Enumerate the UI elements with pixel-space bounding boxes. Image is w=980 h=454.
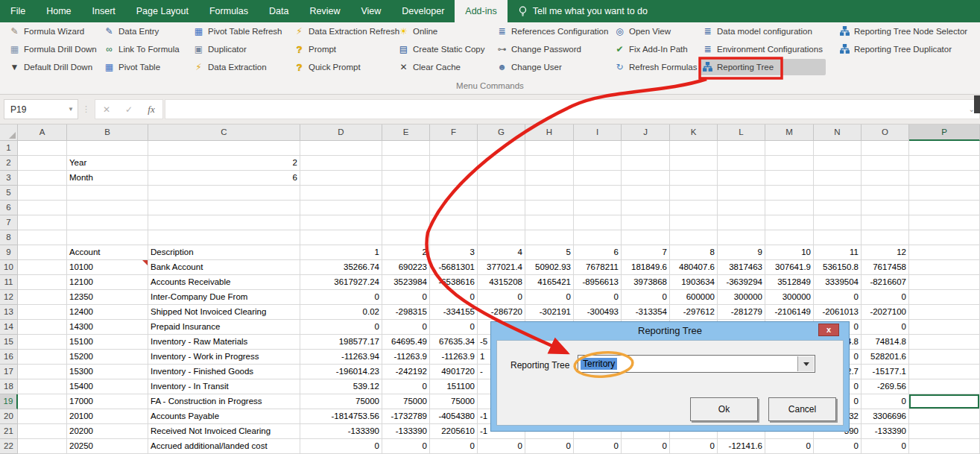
cell-C16[interactable]: Inventory - Work in Progress [148, 350, 300, 365]
change-user-button[interactable]: ☻Change User [493, 59, 611, 75]
cell-P5[interactable] [909, 186, 980, 201]
cell-P16[interactable] [909, 350, 980, 365]
reporting-tree-button[interactable]: Reporting Tree [699, 59, 826, 75]
cell-C1[interactable] [148, 141, 300, 156]
formula-input[interactable]: ⌄ [165, 99, 980, 119]
cell-C19[interactable]: FA - Construction in Progress [148, 394, 300, 409]
cell-P2[interactable] [909, 156, 980, 171]
cell-E8[interactable] [382, 230, 430, 245]
name-box-dropdown-icon[interactable]: ▼ [64, 106, 78, 113]
cell-O7[interactable] [862, 215, 909, 230]
cell-O9[interactable]: 12 [862, 245, 909, 260]
cell-J9[interactable]: 7 [622, 245, 670, 260]
cell-A3[interactable] [18, 171, 67, 186]
cell-D22[interactable]: 0 [300, 439, 382, 454]
cell-C3[interactable]: 6 [148, 171, 300, 186]
cell-O20[interactable]: 3306696 [862, 409, 909, 424]
cell-J3[interactable] [622, 171, 670, 186]
cell-F13[interactable]: -334155 [430, 305, 478, 320]
row-header-12[interactable]: 12 [0, 290, 18, 305]
cell-C14[interactable]: Prepaid Insurance [148, 320, 300, 335]
cell-M9[interactable]: 10 [765, 245, 814, 260]
data-entry-button[interactable]: ✎Data Entry [101, 23, 183, 40]
cancel-button[interactable]: Cancel [768, 397, 836, 421]
cell-O15[interactable]: 74814.8 [862, 335, 909, 350]
row-header-14[interactable]: 14 [0, 320, 18, 335]
cell-G11[interactable]: 4315208 [478, 275, 525, 290]
cell-K5[interactable] [670, 186, 718, 201]
cell-E1[interactable] [382, 141, 430, 156]
cell-C18[interactable]: Inventory - In Transit [148, 379, 300, 394]
row-header-3[interactable]: 3 [0, 171, 18, 186]
cell-P11[interactable] [909, 275, 980, 290]
cell-A22[interactable] [18, 439, 67, 454]
cell-K1[interactable] [670, 141, 718, 156]
cell-K10[interactable]: 480407.6 [670, 260, 718, 275]
row-header-20[interactable]: 20 [0, 409, 18, 424]
cell-I9[interactable]: 6 [574, 245, 622, 260]
cell-D14[interactable]: 0 [300, 320, 382, 335]
cell-J2[interactable] [622, 156, 670, 171]
cell-B9[interactable]: Account [67, 245, 148, 260]
cell-G8[interactable] [478, 230, 525, 245]
cell-D8[interactable] [300, 230, 382, 245]
cell-E21[interactable]: -133390 [382, 424, 430, 439]
cell-B13[interactable]: 12400 [67, 305, 148, 320]
cell-N22[interactable]: 0 [814, 439, 862, 454]
cell-J22[interactable]: 0 [622, 439, 670, 454]
cell-P18[interactable] [909, 379, 980, 394]
cell-C12[interactable]: Inter-Company Due From [148, 290, 300, 305]
cell-J5[interactable] [622, 186, 670, 201]
cell-O14[interactable]: 0 [862, 320, 909, 335]
cell-H3[interactable] [525, 171, 574, 186]
cell-C21[interactable]: Received Not Invoiced Clearing [148, 424, 300, 439]
cell-O12[interactable]: 0 [862, 290, 909, 305]
cell-H2[interactable] [525, 156, 574, 171]
cell-N10[interactable]: 536150.8 [814, 260, 862, 275]
cell-P20[interactable] [909, 409, 980, 424]
cell-O3[interactable] [862, 171, 909, 186]
cell-P6[interactable] [909, 201, 980, 215]
cell-E9[interactable]: 2 [382, 245, 430, 260]
cell-O22[interactable]: 0 [862, 439, 909, 454]
cell-D6[interactable] [300, 201, 382, 215]
cell-J6[interactable] [622, 201, 670, 215]
enter-entry-icon[interactable]: ✓ [118, 104, 140, 115]
cell-P8[interactable] [909, 230, 980, 245]
cell-C2[interactable]: 2 [148, 156, 300, 171]
row-header-9[interactable]: 9 [0, 245, 18, 260]
ok-button[interactable]: Ok [690, 397, 758, 421]
cell-F10[interactable]: -5681301 [430, 260, 478, 275]
cell-C11[interactable]: Accounts Receivable [148, 275, 300, 290]
cell-H8[interactable] [525, 230, 574, 245]
cell-F3[interactable] [430, 171, 478, 186]
cell-C10[interactable]: Bank Account [148, 260, 300, 275]
cell-I1[interactable] [574, 141, 622, 156]
cell-L9[interactable]: 9 [718, 245, 765, 260]
cell-D3[interactable] [300, 171, 382, 186]
cell-D1[interactable] [300, 141, 382, 156]
cell-K12[interactable]: 600000 [670, 290, 718, 305]
cell-H5[interactable] [525, 186, 574, 201]
quick-prompt-button[interactable]: ?Quick Prompt [291, 59, 402, 75]
insert-function-icon[interactable]: fx [140, 104, 162, 116]
column-header-P[interactable]: P [909, 124, 980, 141]
cell-O6[interactable] [862, 201, 909, 215]
cell-F5[interactable] [430, 186, 478, 201]
column-header-N[interactable]: N [814, 124, 862, 141]
cell-D5[interactable] [300, 186, 382, 201]
cell-A5[interactable] [18, 186, 67, 201]
cell-J1[interactable] [622, 141, 670, 156]
refresh-formulas-button[interactable]: ↻Refresh Formulas [611, 59, 700, 75]
cell-P14[interactable] [909, 320, 980, 335]
cell-P9[interactable] [909, 245, 980, 260]
cell-F22[interactable]: 0 [430, 439, 478, 454]
cell-B8[interactable] [67, 230, 148, 245]
cell-E5[interactable] [382, 186, 430, 201]
cell-P13[interactable] [909, 305, 980, 320]
cell-F8[interactable] [430, 230, 478, 245]
cell-G2[interactable] [478, 156, 525, 171]
cell-D17[interactable]: -196014.23 [300, 365, 382, 379]
cell-D18[interactable]: 539.12 [300, 379, 382, 394]
cell-P21[interactable] [909, 424, 980, 439]
